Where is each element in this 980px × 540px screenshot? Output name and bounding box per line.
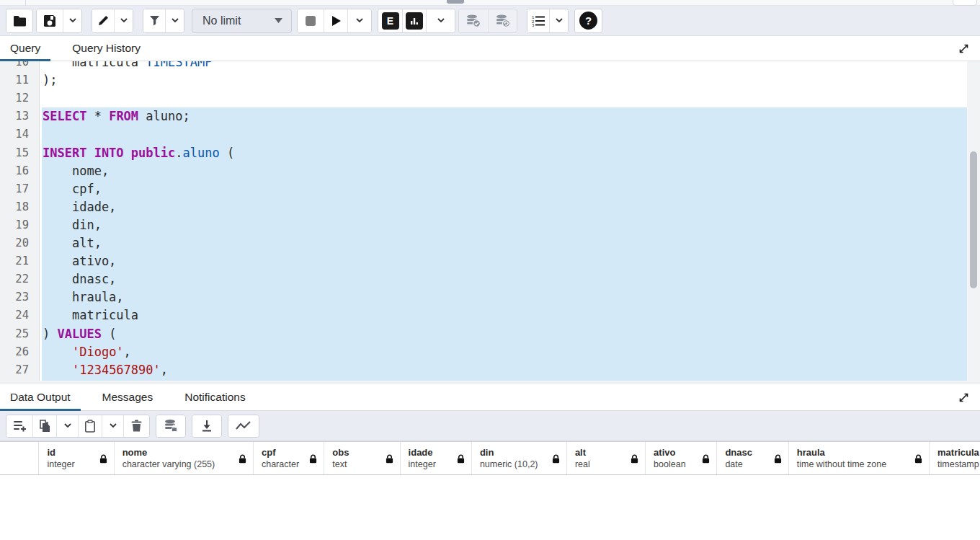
line-number: 20 xyxy=(0,234,39,252)
help-button[interactable]: ? xyxy=(575,9,602,32)
expand-panel-icon[interactable] xyxy=(958,43,970,55)
line-number: 25 xyxy=(0,325,39,343)
filter-button[interactable] xyxy=(143,9,165,32)
query-tool-window: No limit E xyxy=(0,0,980,540)
grid-body-empty[interactable] xyxy=(0,476,980,540)
column-name: cpf xyxy=(262,446,305,459)
tab-data-output[interactable]: Data Output xyxy=(0,384,81,410)
column-header-obs[interactable]: obstext xyxy=(324,442,400,474)
save-icon xyxy=(43,14,56,27)
help-icon: ? xyxy=(579,12,597,30)
column-type: integer xyxy=(409,459,453,470)
output-tab-bar: Data Output Messages Notifications xyxy=(0,384,980,411)
stop-button[interactable] xyxy=(298,9,324,32)
lock-icon xyxy=(914,454,922,464)
column-type: date xyxy=(725,459,769,470)
explain-analyze-button[interactable] xyxy=(402,9,426,32)
column-header-nome[interactable]: nomecharacter varying (255) xyxy=(115,442,254,474)
column-header-cpf[interactable]: cpfcharacter xyxy=(254,442,324,474)
sql-editor[interactable]: 101112131415161718192021222324252627 mat… xyxy=(0,61,980,381)
rollback-button[interactable] xyxy=(488,9,517,32)
code-line: nome, xyxy=(43,162,109,180)
macros-button[interactable]: 123 xyxy=(527,9,549,32)
column-header-ativo[interactable]: ativoboolean xyxy=(646,442,717,474)
expand-panel-icon[interactable] xyxy=(958,391,970,404)
chevron-down-icon xyxy=(64,423,71,428)
trash-icon xyxy=(131,420,142,432)
column-type: numeric (10,2) xyxy=(480,459,548,470)
line-number: 18 xyxy=(0,198,39,216)
editor-scrollbar-thumb[interactable] xyxy=(970,151,977,288)
column-header-hraula[interactable]: hraulatime without time zone xyxy=(789,442,930,474)
code-line: matricula xyxy=(43,306,138,324)
line-number: 13 xyxy=(0,107,39,125)
column-type: time without time zone xyxy=(797,459,910,470)
edit-dropdown-button[interactable] xyxy=(114,9,133,32)
download-results-button[interactable] xyxy=(192,415,221,437)
chevron-down-icon xyxy=(120,18,128,23)
column-name: hraula xyxy=(797,446,910,459)
macros-dropdown-button[interactable] xyxy=(549,9,568,32)
explain-button[interactable]: E xyxy=(378,9,402,32)
column-header-idade[interactable]: idadeinteger xyxy=(401,442,472,474)
column-header-din[interactable]: dinnumeric (10,2) xyxy=(472,442,567,474)
code-line: idade, xyxy=(43,198,116,216)
chevron-down-icon xyxy=(556,18,563,23)
save-data-changes-button[interactable] xyxy=(156,415,185,437)
code-line: ); xyxy=(43,71,57,89)
code-line: '1234567890', xyxy=(43,361,168,379)
tab-messages[interactable]: Messages xyxy=(92,384,164,410)
row-limit-select[interactable]: No limit xyxy=(192,9,292,33)
code-line: matricula TIMESTAMP xyxy=(43,61,212,71)
line-number: 15 xyxy=(0,144,39,162)
paste-button[interactable] xyxy=(78,415,102,437)
copy-dropdown-button[interactable] xyxy=(56,415,78,437)
chevron-down-icon xyxy=(69,18,76,23)
paste-dropdown-button[interactable] xyxy=(102,415,123,437)
edit-button[interactable] xyxy=(92,9,114,32)
column-header-dnasc[interactable]: dnascdate xyxy=(717,442,788,474)
explain-dropdown-button[interactable] xyxy=(426,9,455,32)
lock-icon xyxy=(239,454,246,464)
column-header-matricula[interactable]: matriculatimestamp without time zone xyxy=(930,442,980,474)
save-dropdown-button[interactable] xyxy=(63,9,81,32)
save-button[interactable] xyxy=(37,9,63,32)
tab-query-history[interactable]: Query History xyxy=(62,36,151,61)
editor-scrollbar-track[interactable] xyxy=(967,61,980,381)
commit-button[interactable] xyxy=(459,9,488,32)
add-row-button[interactable] xyxy=(6,415,32,437)
line-number: 27 xyxy=(0,361,39,379)
code-line: ativo, xyxy=(43,252,116,270)
code-line: cpf, xyxy=(43,180,102,198)
graph-visualiser-button[interactable] xyxy=(228,415,259,437)
column-type: integer xyxy=(47,459,94,470)
column-header-id[interactable]: idinteger xyxy=(39,442,114,474)
row-number-header[interactable] xyxy=(0,442,39,474)
line-number: 26 xyxy=(0,343,39,361)
tab-query[interactable]: Query xyxy=(0,36,50,61)
tab-notifications[interactable]: Notifications xyxy=(174,384,255,410)
column-name: nome xyxy=(122,446,234,459)
code-line: din, xyxy=(43,216,102,234)
explain-icon: E xyxy=(382,12,399,30)
open-file-button[interactable] xyxy=(6,9,32,32)
copy-button[interactable] xyxy=(32,415,56,437)
column-type: timestamp without time zone xyxy=(937,459,980,470)
column-header-alt[interactable]: altreal xyxy=(567,442,646,474)
column-name: matricula xyxy=(937,446,980,459)
code-line: alt, xyxy=(43,234,102,252)
line-number: 22 xyxy=(0,270,39,288)
line-number: 17 xyxy=(0,180,39,198)
execute-button[interactable] xyxy=(324,9,347,32)
lock-icon xyxy=(774,454,782,464)
divider xyxy=(25,0,26,6)
delete-row-button[interactable] xyxy=(123,415,149,437)
query-toolbar: No limit E xyxy=(0,6,980,36)
query-tab-bar: Query Query History xyxy=(0,36,980,61)
line-number: 14 xyxy=(0,125,39,143)
svg-text:3: 3 xyxy=(532,23,534,27)
execute-dropdown-button[interactable] xyxy=(347,9,371,32)
row-limit-value: No limit xyxy=(202,14,275,27)
column-type: real xyxy=(575,459,626,470)
filter-dropdown-button[interactable] xyxy=(165,9,184,32)
